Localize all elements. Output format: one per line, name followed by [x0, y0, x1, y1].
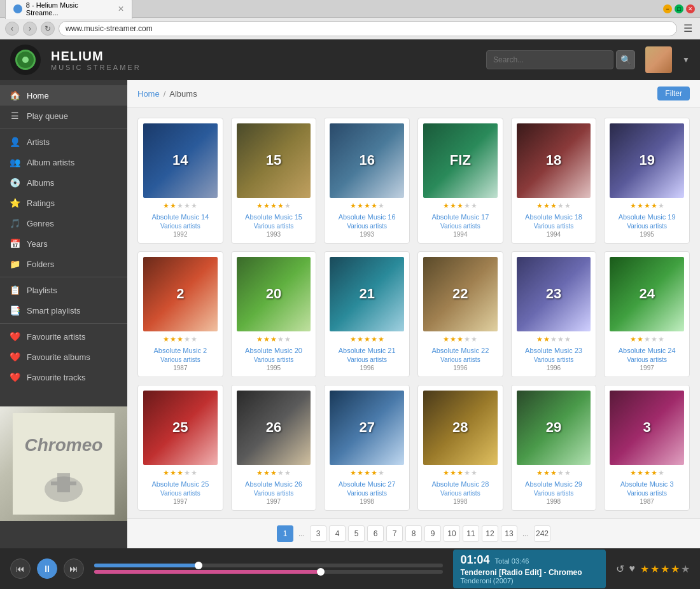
- album-card[interactable]: 28 ★★★★★ Absolute Music 28 Various artis…: [417, 385, 503, 511]
- star-2: ★: [543, 469, 550, 477]
- player-star-1[interactable]: ★: [640, 563, 649, 575]
- filter-button[interactable]: Filter: [657, 87, 690, 100]
- album-card[interactable]: 29 ★★★★★ Absolute Music 29 Various artis…: [511, 385, 597, 511]
- page-btn-3[interactable]: 3: [310, 525, 326, 542]
- album-stars: ★★★★★: [143, 202, 218, 210]
- star-4: ★: [464, 202, 470, 210]
- page-btn-242[interactable]: 242: [534, 525, 550, 542]
- album-card[interactable]: 16 ★★★★★ Absolute Music 16 Various artis…: [324, 118, 410, 244]
- player-star-3[interactable]: ★: [661, 563, 669, 575]
- player-heart-button[interactable]: ♥: [629, 563, 636, 574]
- browser-tab[interactable]: 8 - Helium Music Streame... ✕: [5, 0, 132, 19]
- album-stars: ★★★★★: [610, 202, 684, 210]
- page-btn-4[interactable]: 4: [329, 525, 346, 542]
- star-3: ★: [644, 469, 650, 477]
- forward-button[interactable]: ›: [23, 22, 37, 36]
- volume-bar-fill: [94, 570, 321, 574]
- sidebar-item-albums[interactable]: 💿 Albums: [0, 172, 127, 193]
- refresh-button[interactable]: ↻: [41, 22, 55, 36]
- sidebar-item-smart-playlists[interactable]: 📑 Smart playlists: [0, 300, 127, 321]
- album-card[interactable]: FIZ ★★★★★ Absolute Music 17 Various arti…: [417, 118, 503, 244]
- page-btn-13[interactable]: 13: [501, 525, 517, 542]
- window-close-btn[interactable]: ✕: [686, 4, 695, 13]
- album-card[interactable]: 27 ★★★★★ Absolute Music 27 Various artis…: [324, 385, 410, 511]
- player-star-2[interactable]: ★: [650, 563, 659, 575]
- sidebar-item-album-artists[interactable]: 👥 Album artists: [0, 152, 127, 172]
- star-2: ★: [543, 202, 550, 210]
- player-star-5[interactable]: ★: [681, 563, 690, 575]
- page-btn-8[interactable]: 8: [405, 525, 422, 542]
- player-pause-button[interactable]: ⏸: [37, 558, 57, 579]
- player-star-4[interactable]: ★: [671, 563, 680, 575]
- album-card[interactable]: 21 ★★★★★ Absolute Music 21 Various artis…: [324, 251, 410, 377]
- sidebar-item-favourite-tracks[interactable]: ❤️ Favourite tracks: [0, 367, 127, 387]
- volume-handle[interactable]: [317, 568, 325, 576]
- album-card[interactable]: 22 ★★★★★ Absolute Music 22 Various artis…: [417, 251, 503, 377]
- tab-close-btn[interactable]: ✕: [118, 4, 124, 13]
- browser-menu-button[interactable]: ☰: [681, 22, 695, 36]
- player-repeat-button[interactable]: ↺: [616, 563, 624, 575]
- star-5: ★: [564, 335, 571, 343]
- album-year: 1995: [610, 231, 684, 238]
- user-avatar[interactable]: [645, 46, 672, 73]
- star-4: ★: [557, 335, 564, 343]
- user-dropdown-arrow[interactable]: ▼: [682, 55, 690, 64]
- sidebar-item-playlists[interactable]: 📋 Playlists: [0, 280, 127, 300]
- sidebar-item-genres[interactable]: 🎵 Genres: [0, 213, 127, 233]
- album-card[interactable]: 14 ★★★★★ Absolute Music 14 Various artis…: [137, 118, 223, 244]
- page-btn-9[interactable]: 9: [424, 525, 441, 542]
- page-btn-1[interactable]: 1: [277, 525, 293, 542]
- window-maximize-btn[interactable]: □: [675, 4, 683, 13]
- back-button[interactable]: ‹: [5, 22, 19, 36]
- album-card[interactable]: 2 ★★★★★ Absolute Music 2 Various artists…: [137, 251, 223, 377]
- page-btn-5[interactable]: 5: [348, 525, 365, 542]
- address-bar[interactable]: [59, 21, 677, 36]
- star-5: ★: [658, 469, 664, 477]
- sidebar-item-favourite-artists[interactable]: ❤️ Favourite artists: [0, 326, 127, 347]
- search-input[interactable]: [486, 50, 613, 69]
- player-next-button[interactable]: ⏭: [64, 558, 84, 579]
- album-card[interactable]: 26 ★★★★★ Absolute Music 26 Various artis…: [231, 385, 317, 511]
- sidebar-item-favourite-albums[interactable]: ❤️ Favourite albums: [0, 347, 127, 367]
- album-card[interactable]: 20 ★★★★★ Absolute Music 20 Various artis…: [231, 251, 317, 377]
- album-title: Absolute Music 28: [423, 480, 498, 489]
- player-rating[interactable]: ★ ★ ★ ★ ★: [640, 563, 690, 575]
- album-card[interactable]: 3 ★★★★★ Absolute Music 3 Various artists…: [604, 385, 690, 511]
- album-card[interactable]: 24 ★★★★★ Absolute Music 24 Various artis…: [604, 251, 690, 377]
- album-cover: 21: [330, 257, 404, 331]
- sidebar-item-home[interactable]: 🏠 Home: [0, 85, 127, 106]
- sidebar-item-ratings[interactable]: ⭐ Ratings: [0, 193, 127, 213]
- album-cover-label: 24: [639, 286, 654, 301]
- page-btn-7[interactable]: 7: [386, 525, 403, 542]
- album-year: 1998: [423, 498, 498, 505]
- progress-bar[interactable]: [94, 564, 443, 567]
- star-1: ★: [536, 335, 543, 343]
- star-3: ★: [364, 202, 370, 210]
- album-card[interactable]: 25 ★★★★★ Absolute Music 25 Various artis…: [137, 385, 223, 511]
- genres-icon: 🎵: [9, 218, 20, 229]
- album-card[interactable]: 23 ★★★★★ Absolute Music 23 Various artis…: [511, 251, 597, 377]
- album-card[interactable]: 15 ★★★★★ Absolute Music 15 Various artis…: [231, 118, 317, 244]
- sidebar-item-years[interactable]: 📅 Years: [0, 233, 127, 254]
- album-card[interactable]: 18 ★★★★★ Absolute Music 18 Various artis…: [511, 118, 597, 244]
- page-btn-12[interactable]: 12: [482, 525, 498, 542]
- sidebar-item-folders[interactable]: 📁 Folders: [0, 254, 127, 274]
- progress-handle[interactable]: [195, 562, 202, 569]
- album-title: Absolute Music 2: [143, 346, 218, 355]
- page-btn-11[interactable]: 11: [463, 525, 479, 542]
- sidebar-item-artists[interactable]: 👤 Artists: [0, 132, 127, 152]
- album-cover: 18: [517, 123, 591, 198]
- sidebar-item-play-queue[interactable]: ☰ Play queue: [0, 106, 127, 126]
- volume-bar[interactable]: [94, 570, 443, 574]
- star-3: ★: [364, 469, 370, 477]
- star-1: ★: [256, 202, 263, 210]
- window-minimize-btn[interactable]: −: [663, 4, 672, 13]
- album-cover: 24: [610, 257, 684, 331]
- search-button[interactable]: 🔍: [616, 50, 635, 69]
- page-btn-6[interactable]: 6: [367, 525, 384, 542]
- album-card[interactable]: 19 ★★★★★ Absolute Music 19 Various artis…: [604, 118, 690, 244]
- player-prev-button[interactable]: ⏮: [10, 558, 31, 579]
- album-cover-label: 26: [266, 420, 281, 435]
- page-btn-10[interactable]: 10: [444, 525, 460, 542]
- breadcrumb-home-link[interactable]: Home: [137, 89, 160, 99]
